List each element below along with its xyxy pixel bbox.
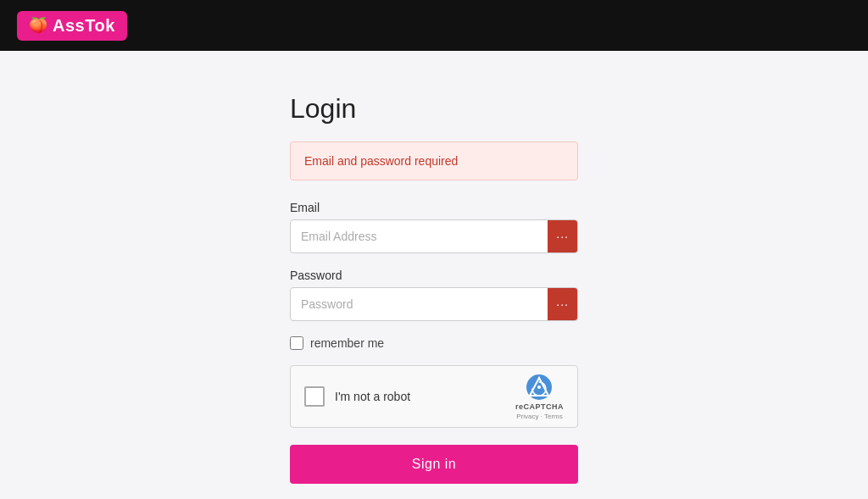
- error-banner: Email and password required: [290, 141, 578, 180]
- recaptcha-links-text: Privacy · Terms: [516, 413, 563, 420]
- logo-text: AssTok: [53, 16, 115, 36]
- recaptcha-logo-icon: [526, 374, 553, 401]
- header: 🍑 AssTok: [0, 0, 868, 51]
- recaptcha-left: I'm not a robot: [304, 386, 410, 407]
- recaptcha-label: I'm not a robot: [335, 390, 410, 403]
- login-form-container: Login Email and password required Email …: [290, 93, 578, 484]
- dots-icon: ···: [556, 230, 569, 243]
- email-input-wrapper: ···: [290, 219, 578, 253]
- email-icon-button[interactable]: ···: [548, 220, 577, 252]
- error-message: Email and password required: [304, 154, 458, 168]
- svg-point-1: [537, 385, 541, 389]
- password-icon-button[interactable]: ···: [548, 288, 577, 320]
- password-label: Password: [290, 269, 578, 282]
- main-content: Login Email and password required Email …: [0, 51, 868, 499]
- password-field-group: Password ···: [290, 269, 578, 321]
- remember-me-label[interactable]: remember me: [310, 336, 384, 350]
- email-input[interactable]: [291, 221, 548, 252]
- password-input[interactable]: [291, 289, 548, 319]
- remember-me-checkbox[interactable]: [290, 336, 303, 350]
- email-label: Email: [290, 201, 578, 214]
- password-input-wrapper: ···: [290, 287, 578, 321]
- logo-icon: 🍑: [29, 16, 47, 35]
- dots-icon-password: ···: [556, 297, 569, 311]
- page-title: Login: [290, 93, 578, 125]
- logo[interactable]: 🍑 AssTok: [17, 11, 127, 41]
- recaptcha-right: reCAPTCHA Privacy · Terms: [515, 374, 564, 420]
- recaptcha-widget[interactable]: I'm not a robot reCAPTCHA Privacy · Term…: [290, 365, 578, 428]
- recaptcha-brand-text: reCAPTCHA: [515, 402, 564, 411]
- signin-button[interactable]: Sign in: [290, 445, 578, 484]
- recaptcha-checkbox[interactable]: [304, 386, 325, 407]
- remember-me-row: remember me: [290, 336, 578, 350]
- email-field-group: Email ···: [290, 201, 578, 253]
